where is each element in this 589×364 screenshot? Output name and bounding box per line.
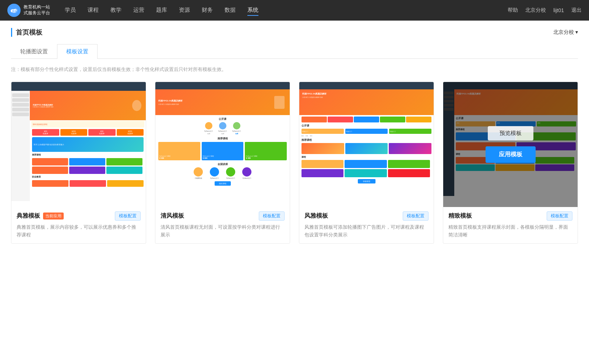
config-button-3[interactable]: 模板配置	[403, 211, 428, 221]
config-button-4[interactable]: 模板配置	[547, 211, 572, 221]
tabs-container: 轮播图设置 模板设置	[11, 44, 578, 59]
nav-operations[interactable]: 运营	[133, 5, 144, 16]
config-button-1[interactable]: 模板配置	[115, 211, 141, 221]
template-overlay-4: 预览模板 应用模板	[443, 82, 578, 207]
logo: 云朵 教育机构一站 式服务云平台	[7, 4, 50, 17]
card-title-row-3: 风雅模板 模板配置	[304, 211, 428, 221]
card-desc-2: 清风首页模板课程无封面，可设置按学科分类对课程进行展示	[161, 224, 285, 239]
nav-system[interactable]: 系统	[247, 5, 258, 16]
nav-data[interactable]: 数据	[225, 5, 236, 16]
card-desc-4: 精致首页模板支持课程展示封面，各模板分隔明显，界面简洁清晰	[448, 224, 572, 239]
template-card-4: 托福TPO1-54真题及解析 公开课 课程 课程 课程	[443, 82, 578, 244]
card-title-row-4: 精致模板 模板配置	[448, 211, 572, 221]
card-name-1: 典雅模板	[17, 212, 40, 220]
nav-help[interactable]: 帮助	[508, 7, 518, 14]
card-title-row-1: 典雅模板 当前应用 模板配置	[17, 211, 141, 221]
card-bottom-4: 精致模板 模板配置 精致首页模板支持课程展示封面，各模板分隔明显，界面简洁清晰	[443, 207, 578, 243]
nav-bar: 云朵 教育机构一站 式服务云平台 学员 课程 教学 运营 题库 资源 财务 数据…	[0, 0, 589, 21]
nav-courses[interactable]: 课程	[88, 5, 99, 16]
tab-carousel[interactable]: 轮播图设置	[11, 44, 57, 59]
nav-right: 帮助 北京分校 lijt01 退出	[508, 7, 582, 14]
nav-branch[interactable]: 北京分校	[525, 7, 546, 14]
template-preview-1[interactable]: 托福TPO1-54真题及解析 口语 听力 口语提高 成绩单 培训 限时抢购精品课…	[11, 82, 146, 207]
logo-text: 教育机构一站 式服务云平台	[24, 4, 50, 16]
t2-open-label: 公开课	[155, 117, 290, 121]
svg-text:云朵: 云朵	[12, 10, 18, 13]
card-desc-3: 风雅首页模板可添加轮播图下广告图片，可对课程及课程包设置学科分类展示	[304, 224, 428, 239]
page-header: 首页模板 北京分校 ▾	[11, 28, 578, 37]
template-card-3: 托福TPO1-54真题及解析 口语 听力 口语提高 成绩单 培训 公开课 托福入	[299, 82, 434, 244]
page-content: 首页模板 北京分校 ▾ 轮播图设置 模板设置 注：模板有部分个性化样式设置，设置…	[0, 21, 589, 364]
card-bottom-2: 清风模板 模板配置 清风首页模板课程无封面，可设置按学科分类对课程进行展示	[155, 207, 290, 243]
teacher-2: PyTorch入门 免费	[217, 122, 228, 135]
nav-resources[interactable]: 资源	[179, 5, 190, 16]
page-title: 首页模板	[11, 28, 42, 37]
card-bottom-1: 典雅模板 当前应用 模板配置 典雅首页模板，展示内容较多，可以展示优惠券和多个推…	[11, 207, 146, 243]
template-preview-2[interactable]: 托福TPO1-54真题及解析 口语 听力 口语提高 成绩单 培训 公开课 PyT…	[155, 82, 290, 207]
tab-template[interactable]: 模板设置	[57, 44, 98, 59]
template-note: 注：模板有部分个性化样式设置，设置后仅当前模板生效；非个性化样式设置后只针对所有…	[11, 66, 578, 73]
card-name-4: 精致模板	[448, 212, 472, 220]
t2-lecturer-label: 全国讲师	[155, 163, 290, 166]
teacher-3: PyTorch入门 免费	[231, 122, 242, 135]
nav-user[interactable]: lijt01	[553, 7, 564, 13]
card-title-row-2: 清风模板 模板配置	[161, 211, 285, 221]
current-badge-1: 当前应用	[43, 213, 64, 220]
template-preview-4[interactable]: 托福TPO1-54真题及解析 公开课 课程 课程 课程	[443, 82, 578, 207]
template-card-2: 托福TPO1-54真题及解析 口语 听力 口语提高 成绩单 培训 公开课 PyT…	[155, 82, 290, 244]
t2-rec-label: 推荐课程	[155, 137, 290, 140]
template-preview-3[interactable]: 托福TPO1-54真题及解析 口语 听力 口语提高 成绩单 培训 公开课 托福入	[299, 82, 434, 207]
preview-template-button[interactable]: 预览模板	[488, 126, 533, 140]
card-desc-1: 典雅首页模板，展示内容较多，可以展示优惠券和多个推荐课程	[17, 224, 141, 239]
card-name-3: 风雅模板	[304, 212, 328, 220]
card-bottom-3: 风雅模板 模板配置 风雅首页模板可添加轮播图下广告图片，可对课程及课程包设置学科…	[299, 207, 434, 243]
nav-teaching[interactable]: 教学	[110, 5, 121, 16]
template-grid: 托福TPO1-54真题及解析 口语 听力 口语提高 成绩单 培训 限时抢购精品课…	[11, 82, 578, 244]
cloud-icon: 云朵	[10, 6, 18, 14]
teacher-1: PyTorch入门 免费	[203, 122, 214, 135]
nav-questions[interactable]: 题库	[156, 5, 167, 16]
config-button-2[interactable]: 模板配置	[259, 211, 285, 221]
nav-links: 学员 课程 教学 运营 题库 资源 财务 数据 系统	[65, 5, 508, 16]
branch-selector[interactable]: 北京分校 ▾	[553, 29, 578, 36]
nav-students[interactable]: 学员	[65, 5, 76, 16]
nav-finance[interactable]: 财务	[202, 5, 213, 16]
nav-logout[interactable]: 退出	[571, 7, 582, 14]
apply-template-button[interactable]: 应用模板	[486, 146, 536, 163]
card-name-2: 清风模板	[161, 212, 184, 220]
logo-icon: 云朵	[7, 4, 21, 17]
template-card-1: 托福TPO1-54真题及解析 口语 听力 口语提高 成绩单 培训 限时抢购精品课…	[11, 82, 146, 244]
